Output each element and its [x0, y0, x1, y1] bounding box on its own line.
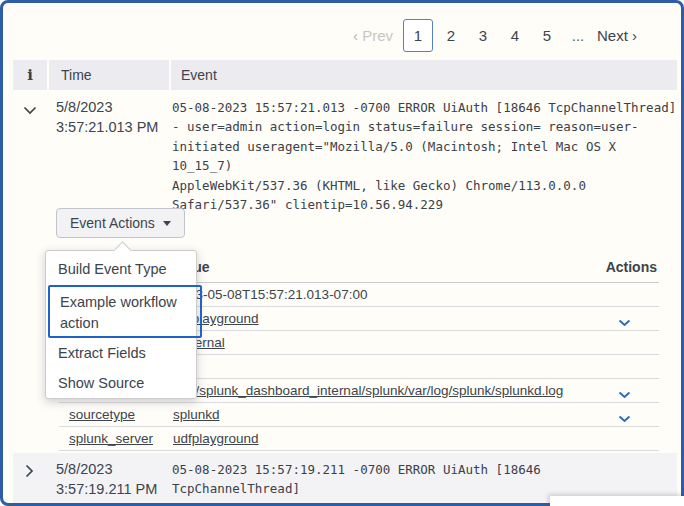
pagination: ‹ Prev 1 2 3 4 5 ... Next › — [353, 18, 637, 52]
menu-item-extract-fields[interactable]: Extract Fields — [58, 345, 146, 361]
field-value: 2023-05-08T15:57:21.013-07:00 — [173, 287, 367, 302]
events-panel: ‹ Prev 1 2 3 4 5 ... Next › i Time Event… — [0, 0, 684, 506]
event-actions-button[interactable]: Event Actions — [56, 208, 185, 238]
field-actions-dropdown[interactable] — [618, 411, 631, 426]
expand-event-chevron[interactable] — [25, 464, 34, 482]
field-name-link[interactable]: splunk_server — [69, 431, 153, 446]
menu-item-show-source[interactable]: Show Source — [58, 375, 144, 391]
caret-down-icon — [163, 221, 171, 226]
splunk-events-screenshot: ‹ Prev 1 2 3 4 5 ... Next › i Time Event… — [0, 0, 684, 506]
collapse-event-chevron[interactable] — [23, 101, 37, 119]
menu-item-example-workflow-action[interactable]: Example workflow action — [48, 285, 202, 338]
page-button-5[interactable]: 5 — [531, 27, 563, 44]
chevron-right-icon: › — [632, 27, 637, 44]
pagination-ellipsis: ... — [563, 27, 593, 44]
chevron-right-icon — [25, 464, 34, 478]
page-button-4[interactable]: 4 — [499, 27, 531, 44]
field-value-link[interactable]: /opt/splunk_dashboard_internal/splunk/va… — [173, 383, 563, 398]
field-value-link[interactable]: splunkd — [173, 407, 220, 422]
chevron-down-icon — [618, 391, 631, 399]
time-column-header: Time — [49, 60, 169, 90]
field-actions-dropdown[interactable] — [618, 387, 631, 402]
field-row-sourcetype: sourcetype splunkd — [59, 403, 659, 427]
event-column-header: Event — [171, 60, 677, 90]
chevron-down-icon — [618, 415, 631, 423]
chevron-down-icon — [618, 319, 631, 327]
next-page-button[interactable]: Next › — [597, 27, 637, 44]
info-column-header: i — [13, 60, 47, 90]
menu-item-build-event-type[interactable]: Build Event Type — [58, 261, 167, 277]
events-table-header: i Time Event — [13, 60, 677, 90]
page-button-3[interactable]: 3 — [467, 27, 499, 44]
event-timestamp: 5/8/2023 3:57:21.013 PM — [56, 97, 168, 137]
field-value-link[interactable]: udfplayground — [173, 431, 259, 446]
prev-page-button: ‹ Prev — [353, 27, 393, 44]
field-actions-dropdown[interactable] — [618, 315, 631, 330]
page-button-current[interactable]: 1 — [403, 19, 433, 52]
bottom-right-overlay — [550, 496, 684, 506]
menu-pointer-arrow — [113, 241, 131, 259]
info-icon: i — [27, 66, 33, 84]
event-actions-menu: Build Event Type Example workflow action… — [45, 250, 197, 399]
actions-column-header: Actions — [606, 259, 657, 275]
event-timestamp: 5/8/2023 3:57:19.211 PM — [56, 459, 168, 499]
field-row-splunk-server: splunk_server udfplayground — [59, 427, 659, 451]
page-button-2[interactable]: 2 — [435, 27, 467, 44]
chevron-down-icon — [23, 106, 37, 115]
chevron-left-icon: ‹ — [353, 27, 358, 44]
event-raw-text: 05-08-2023 15:57:21.013 -0700 ERROR UiAu… — [172, 98, 678, 214]
field-name-link[interactable]: sourcetype — [69, 407, 135, 422]
